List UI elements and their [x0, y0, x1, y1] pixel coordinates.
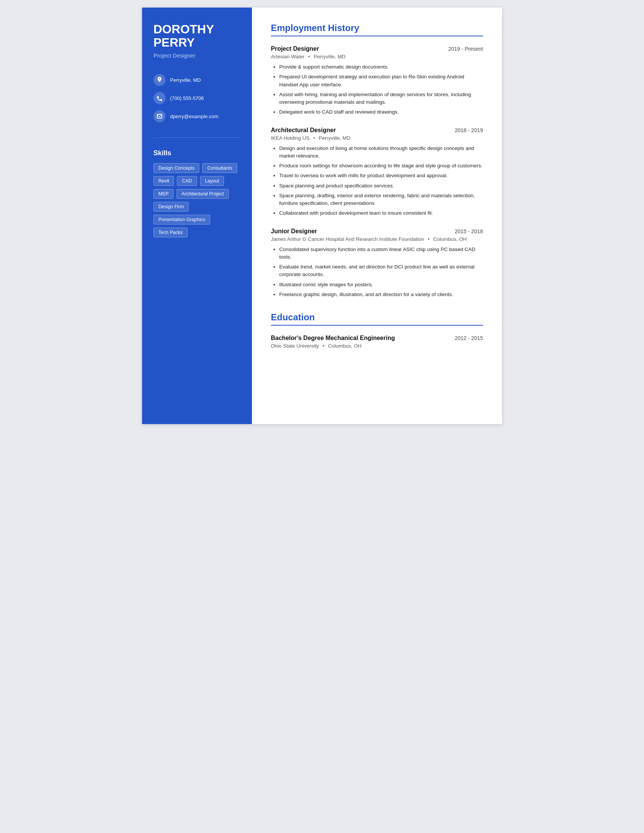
- education-heading: Education: [271, 312, 483, 326]
- skill-tag: Presentation Graphics: [153, 215, 210, 225]
- email-text: dperry@example.com: [170, 114, 218, 119]
- resume-container: DOROTHY PERRY Project Designer Perryvill…: [142, 8, 502, 424]
- phone-text: (700) 555-5706: [170, 95, 204, 101]
- job-dates-3: 2015 - 2018: [455, 228, 483, 234]
- skill-tag: Revit: [153, 176, 174, 186]
- location-text: Perryville, MD: [170, 77, 201, 83]
- degree-title: Bachelor's Degree Mechanical Engineering: [271, 335, 395, 341]
- job-dates-1: 2019 - Present: [448, 46, 483, 52]
- email-icon: [153, 110, 166, 122]
- skill-tag: MEP: [153, 189, 174, 199]
- bullet: Provide & support schematic design docum…: [279, 63, 483, 71]
- skill-tag: Tech Packs: [153, 228, 188, 237]
- job-block-3: Junior Designer 2015 - 2018 James Arthur…: [271, 228, 483, 299]
- education-section: Education Bachelor's Degree Mechanical E…: [271, 312, 483, 349]
- skills-tags: Design Concepts Consultants Revit CAD La…: [153, 163, 241, 237]
- bullet: Space planning and product specification…: [279, 182, 483, 190]
- skill-tag: Architectural Project: [177, 189, 229, 199]
- job-bullets-2: Design and execution of living at home s…: [271, 145, 483, 217]
- candidate-name: DOROTHY PERRY: [153, 23, 241, 49]
- main-content: Employment History Project Designer 2019…: [252, 8, 502, 424]
- job-block-1: Project Designer 2019 - Present Artesian…: [271, 45, 483, 116]
- job-block-2: Architectural Designer 2018 - 2019 IKEA …: [271, 127, 483, 217]
- sidebar-divider: [153, 137, 241, 138]
- job-title-1: Project Designer: [271, 45, 319, 52]
- edu-school: Ohio State University • Columbus, OH: [271, 343, 483, 349]
- bullet: Consolidated supervisory function into a…: [279, 246, 483, 261]
- bullet: Illustrated comic style images for poste…: [279, 281, 483, 288]
- skills-heading: Skills: [153, 149, 241, 157]
- bullet: Produce room settings for showroom accor…: [279, 162, 483, 170]
- job-bullets-1: Provide & support schematic design docum…: [271, 63, 483, 116]
- job-header-2: Architectural Designer 2018 - 2019: [271, 127, 483, 133]
- skill-tag: Design Firm: [153, 202, 188, 212]
- job-company-1: Artesian Water • Perryville, MD: [271, 54, 483, 60]
- location-icon: [153, 74, 166, 86]
- bullet: Space planning, drafting, interior and e…: [279, 192, 483, 207]
- skill-tag: Design Concepts: [153, 163, 199, 173]
- job-dates-2: 2018 - 2019: [455, 127, 483, 133]
- employment-heading: Employment History: [271, 23, 483, 36]
- contact-location: Perryville, MD: [153, 74, 241, 86]
- sidebar: DOROTHY PERRY Project Designer Perryvill…: [142, 8, 252, 424]
- job-company-2: IKEA Holding US • Perryville, MD: [271, 135, 483, 141]
- bullet: Evaluate trend, market needs, and art di…: [279, 263, 483, 279]
- contact-email: dperry@example.com: [153, 110, 241, 122]
- skill-tag: Consultants: [202, 163, 237, 173]
- employment-section: Employment History Project Designer 2019…: [271, 23, 483, 298]
- edu-dates: 2012 - 2015: [455, 335, 483, 341]
- skill-tag: CAD: [177, 176, 196, 186]
- job-header-1: Project Designer 2019 - Present: [271, 45, 483, 52]
- bullet: Prepared UI development strategy and exe…: [279, 73, 483, 88]
- bullet: Assist with hiring, training and impleme…: [279, 91, 483, 106]
- bullet: Design and execution of living at home s…: [279, 145, 483, 160]
- skill-tag: Layout: [200, 176, 224, 186]
- bullet: Freelance graphic design, illustration, …: [279, 291, 483, 298]
- bullet: Collaborated with product development te…: [279, 209, 483, 217]
- edu-header-1: Bachelor's Degree Mechanical Engineering…: [271, 335, 483, 341]
- bullet: Travel to oversea to work with mills for…: [279, 172, 483, 180]
- job-bullets-3: Consolidated supervisory function into a…: [271, 246, 483, 299]
- job-title-3: Junior Designer: [271, 228, 317, 235]
- contact-section: Perryville, MD (700) 555-5706 dperry@exa…: [153, 74, 241, 122]
- phone-icon: [153, 92, 166, 104]
- bullet: Delegated work to CAD staff and reviewed…: [279, 108, 483, 116]
- contact-phone: (700) 555-5706: [153, 92, 241, 104]
- job-header-3: Junior Designer 2015 - 2018: [271, 228, 483, 235]
- job-title-2: Architectural Designer: [271, 127, 336, 133]
- job-company-3: James Arthur G Cancer Hospital And Resea…: [271, 236, 483, 242]
- edu-block-1: Bachelor's Degree Mechanical Engineering…: [271, 335, 483, 349]
- candidate-title: Project Designer: [153, 52, 241, 59]
